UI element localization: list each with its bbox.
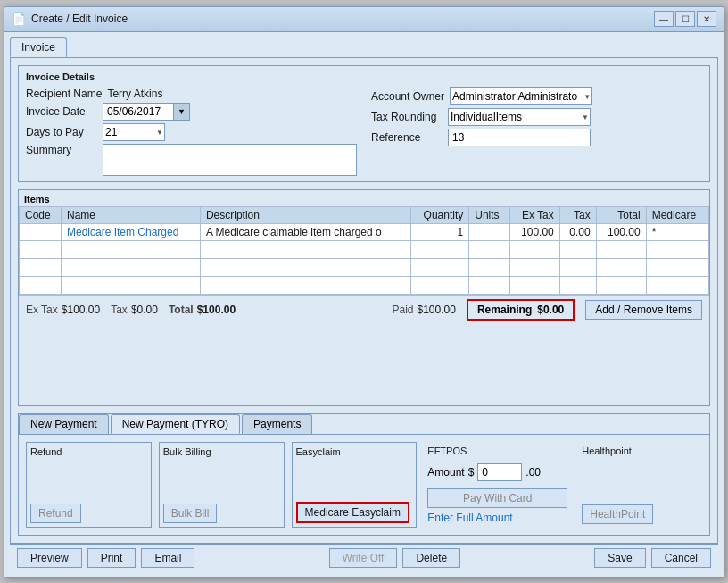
invoice-details-section: Invoice Details Recipient Name Terry Atk… [18,65,710,182]
date-input-wrapper: ▼ [103,103,190,121]
refund-label: Refund [30,446,147,457]
eftpos-col: EFTPOS Amount $ .00 Pay With Card Enter … [424,442,571,528]
cell-units [469,223,509,240]
col-header-name: Name [61,206,200,223]
payment-tab-bar: New Payment New Payment (TYRO) Payments [19,414,709,434]
refund-button[interactable]: Refund [30,504,81,523]
tax-rounding-row: Tax Rounding IndividualItems [371,108,702,126]
col-header-code: Code [20,206,62,223]
col-header-quantity: Quantity [411,206,469,223]
paid-label: Paid [392,304,413,316]
account-owner-select[interactable]: Administrator Administrator [450,87,592,105]
close-button[interactable]: ✕ [697,11,716,27]
save-button[interactable]: Save [594,548,645,568]
tab-payments[interactable]: Payments [242,414,312,434]
tax-value: $0.00 [131,304,158,316]
minimize-button[interactable]: — [654,11,674,27]
account-owner-select-wrapper: Administrator Administrator [450,87,592,105]
eftpos-amount-input[interactable] [477,463,522,481]
email-button[interactable]: Email [141,548,194,568]
remaining-box: Remaining $0.00 [467,299,575,321]
refund-col: Refund Refund [26,442,152,528]
eftpos-cents: .00 [525,466,541,479]
days-select[interactable]: 21 [103,123,165,141]
tax-rounding-select[interactable]: IndividualItems [448,108,591,126]
pay-with-card-button[interactable]: Pay With Card [427,488,567,508]
remaining-label: Remaining [477,304,532,316]
cell-medicare: * [646,223,708,240]
invoice-details-label: Invoice Details [26,71,702,82]
total-value: $100.00 [197,304,236,316]
account-owner-label: Account Owner [371,90,444,103]
invoice-details-grid: Recipient Name Terry Atkins Invoice Date… [26,87,702,176]
totals-bar: Ex Tax $100.00 Tax $0.00 Total $100.00 P… [19,295,709,324]
add-remove-items-button[interactable]: Add / Remove Items [585,300,702,320]
summary-row: Summary [26,144,357,176]
table-row-empty-2 [20,258,709,276]
main-panel: Invoice Details Recipient Name Terry Atk… [10,57,718,544]
right-fields: Account Owner Administrator Administrato… [371,87,702,176]
summary-textarea[interactable] [103,144,357,176]
window-icon: 📄 [12,12,26,26]
items-section: Items Code Name Description Quantity Uni… [18,189,710,406]
bulk-bill-button[interactable]: Bulk Bill [163,504,218,523]
items-table-header: Code Name Description Quantity Units Ex … [20,206,709,223]
cell-total: 100.00 [596,223,646,240]
tab-invoice[interactable]: Invoice [10,37,67,57]
ex-tax-label: Ex Tax [26,304,58,316]
reference-input[interactable] [448,129,591,146]
col-header-description: Description [200,206,410,223]
reference-label: Reference [371,131,443,144]
table-row: Medicare Item Charged A Medicare claimab… [20,223,709,240]
main-window: 📄 Create / Edit Invoice — ☐ ✕ Invoice In… [4,6,724,578]
date-input[interactable] [103,103,174,121]
delete-button[interactable]: Delete [402,548,460,568]
tab-new-payment-tyro[interactable]: New Payment (TYRO) [111,414,240,434]
easyclaim-label: Easyclaim [296,446,413,457]
medicare-easyclaim-button[interactable]: Medicare Easyclaim [296,502,410,523]
left-fields: Recipient Name Terry Atkins Invoice Date… [26,87,357,176]
easyclaim-col: Easyclaim Medicare Easyclaim [292,442,418,528]
eftpos-label: EFTPOS [427,446,567,456]
title-bar-left: 📄 Create / Edit Invoice [12,12,128,26]
tax-total: Tax $0.00 [111,304,158,316]
cancel-button[interactable]: Cancel [651,548,711,568]
table-row-empty-1 [20,240,709,258]
bulk-billing-col: Bulk Billing Bulk Bill [159,442,285,528]
print-button[interactable]: Print [87,548,136,568]
col-header-extax: Ex Tax [509,206,559,223]
window-title: Create / Edit Invoice [31,12,128,25]
content-area: Invoice Invoice Details Recipient Name T… [4,32,724,577]
write-off-button[interactable]: Write Off [329,548,398,568]
tab-new-payment[interactable]: New Payment [19,414,109,434]
col-header-tax: Tax [559,206,596,223]
col-header-total: Total [596,206,646,223]
preview-button[interactable]: Preview [17,548,82,568]
recipient-value: Terry Atkins [107,87,162,100]
enter-full-amount-link[interactable]: Enter Full Amount [427,512,567,524]
eftpos-dollar-sign: $ [468,466,475,479]
date-label: Invoice Date [26,105,97,118]
reference-row: Reference [371,129,702,146]
tab-bar: Invoice [10,37,718,57]
healthpoint-col: Healthpoint HealthPoint [578,442,702,528]
title-controls: — ☐ ✕ [654,11,716,27]
col-header-units: Units [469,206,509,223]
cell-extax: 100.00 [509,223,559,240]
summary-label: Summary [26,144,97,156]
maximize-button[interactable]: ☐ [675,11,695,27]
remaining-value: $0.00 [537,304,564,316]
date-picker-button[interactable]: ▼ [174,103,190,121]
healthpoint-button[interactable]: HealthPoint [582,504,653,524]
cell-code [20,223,62,240]
eftpos-amount-row: Amount $ .00 [427,463,567,481]
title-bar: 📄 Create / Edit Invoice — ☐ ✕ [4,7,724,32]
date-row: Invoice Date ▼ [26,103,357,121]
payment-area: New Payment New Payment (TYRO) Payments … [18,413,710,536]
bulk-billing-label: Bulk Billing [163,446,280,457]
days-select-wrapper: 21 [103,123,165,141]
col-header-medicare: Medicare [646,206,708,223]
cell-quantity: 1 [411,223,469,240]
total-label: Total [169,304,194,316]
healthpoint-label: Healthpoint [582,446,699,456]
